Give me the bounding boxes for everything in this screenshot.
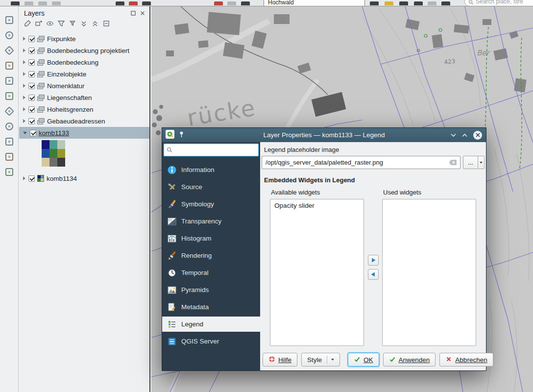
expand-arrow-icon[interactable] bbox=[23, 119, 25, 123]
tab-source[interactable]: Source bbox=[162, 179, 260, 195]
toolbar-icon[interactable] bbox=[370, 1, 379, 5]
clear-text-icon[interactable] bbox=[449, 159, 457, 166]
layer-row[interactable]: Bodenbedeckung bbox=[19, 56, 149, 68]
left-toolbar-icon[interactable] bbox=[4, 106, 15, 117]
layer-row[interactable]: Liegenschaften bbox=[19, 92, 149, 103]
expand-arrow-icon[interactable] bbox=[23, 107, 25, 111]
chevron-down-icon[interactable] bbox=[451, 131, 456, 139]
close-button[interactable] bbox=[473, 131, 482, 140]
dropdown-caret-icon[interactable] bbox=[331, 359, 334, 361]
add-group-icon[interactable] bbox=[35, 20, 43, 27]
layer-checkbox[interactable] bbox=[28, 59, 35, 66]
placeholder-path-input[interactable] bbox=[262, 156, 460, 169]
browse-button[interactable]: ... bbox=[463, 156, 478, 169]
move-left-button[interactable] bbox=[368, 269, 379, 280]
toolbar-icon[interactable] bbox=[129, 1, 138, 5]
manage-map-themes-icon[interactable] bbox=[46, 20, 54, 27]
expand-arrow-icon[interactable] bbox=[23, 60, 25, 64]
layer-row[interactable]: Fixpunkte bbox=[19, 33, 149, 45]
expand-arrow-icon[interactable] bbox=[23, 176, 25, 180]
layer-row[interactable]: Nomenklatur bbox=[19, 80, 149, 92]
tab-transparency[interactable]: Transparency bbox=[162, 214, 260, 229]
left-toolbar-icon[interactable] bbox=[4, 60, 15, 71]
open-layer-styling-icon[interactable] bbox=[24, 20, 31, 27]
toolbar-icon[interactable] bbox=[142, 1, 151, 5]
used-widgets-list[interactable] bbox=[382, 199, 476, 346]
collapse-arrow-icon[interactable] bbox=[23, 132, 27, 134]
dialog-titlebar[interactable]: Layer Properties — komb1133 — Legend bbox=[162, 128, 486, 142]
toolbar-icon[interactable] bbox=[428, 1, 436, 5]
left-toolbar-icon[interactable] bbox=[4, 136, 15, 147]
left-toolbar-icon[interactable] bbox=[4, 167, 15, 177]
close-icon[interactable] bbox=[140, 10, 145, 16]
layer-checkbox[interactable] bbox=[28, 71, 35, 77]
left-toolbar-icon[interactable] bbox=[4, 30, 15, 41]
layer-row-komb1134[interactable]: komb1134 bbox=[19, 172, 149, 184]
tab-histogram[interactable]: Histogram bbox=[162, 231, 260, 246]
chevron-up-icon[interactable] bbox=[462, 131, 467, 139]
properties-search[interactable] bbox=[164, 144, 259, 156]
expand-arrow-icon[interactable] bbox=[23, 37, 25, 41]
filter-legend-icon[interactable] bbox=[57, 20, 65, 27]
move-right-button[interactable] bbox=[368, 255, 379, 266]
tab-symbology[interactable]: Symbology bbox=[162, 196, 260, 212]
toolbar-icon[interactable] bbox=[227, 1, 236, 5]
layer-checkbox[interactable] bbox=[28, 118, 35, 124]
toolbar-icon[interactable] bbox=[399, 1, 408, 5]
tab-legend[interactable]: Legend bbox=[162, 317, 260, 332]
expand-arrow-icon[interactable] bbox=[23, 72, 25, 76]
layer-checkbox[interactable] bbox=[28, 36, 35, 42]
left-toolbar-icon[interactable] bbox=[4, 91, 15, 101]
toolbar-icon[interactable] bbox=[38, 1, 47, 5]
layer-row[interactable]: Hoheitsgrenzen bbox=[19, 103, 149, 115]
undock-icon[interactable] bbox=[130, 10, 136, 16]
available-widgets-list[interactable]: Opacity slider bbox=[270, 199, 364, 346]
filter-expression-icon[interactable] bbox=[69, 20, 76, 27]
layer-row[interactable]: Bodenbedeckung projektiert bbox=[19, 45, 149, 56]
toolbar-icon[interactable] bbox=[52, 1, 61, 5]
toolbar-icon[interactable] bbox=[214, 1, 223, 5]
locator-search-input[interactable]: Search place, stre bbox=[464, 0, 533, 6]
remove-layer-icon[interactable] bbox=[102, 20, 110, 27]
cancel-button[interactable]: Abbrechen bbox=[439, 353, 493, 367]
pin-icon[interactable] bbox=[178, 131, 185, 139]
toolbar-icon[interactable] bbox=[24, 1, 33, 5]
tab-temporal[interactable]: Temporal bbox=[162, 265, 260, 280]
left-toolbar-icon[interactable] bbox=[4, 15, 15, 25]
help-button[interactable]: Hilfe bbox=[263, 353, 297, 367]
tab-metadata[interactable]: Metadata bbox=[162, 299, 260, 315]
apply-button[interactable]: Anwenden bbox=[383, 353, 436, 367]
collapse-all-icon[interactable] bbox=[91, 20, 99, 27]
layer-checkbox[interactable] bbox=[28, 175, 35, 182]
style-button[interactable]: Style bbox=[301, 353, 340, 367]
left-toolbar-icon[interactable] bbox=[4, 151, 15, 162]
layer-row[interactable]: Einzelobjekte bbox=[19, 68, 149, 80]
layer-row[interactable]: Gebaeudeadressen bbox=[19, 115, 149, 127]
left-toolbar-icon[interactable] bbox=[4, 121, 15, 132]
expand-arrow-icon[interactable] bbox=[23, 84, 25, 88]
expand-arrow-icon[interactable] bbox=[23, 49, 25, 52]
tab-information[interactable]: Information bbox=[162, 162, 260, 177]
scale-combo[interactable]: Hochwald bbox=[264, 0, 365, 6]
tab-pyramids[interactable]: Pyramids bbox=[162, 282, 260, 297]
toolbar-icon[interactable] bbox=[11, 1, 20, 5]
toolbar-icon[interactable] bbox=[385, 1, 393, 5]
layer-checkbox[interactable] bbox=[28, 48, 35, 54]
toolbar-icon[interactable] bbox=[116, 1, 124, 5]
tab-qgis-server[interactable]: QGIS Server bbox=[162, 334, 260, 349]
layer-checkbox[interactable] bbox=[30, 130, 36, 136]
toolbar-icon[interactable] bbox=[414, 1, 423, 5]
layer-row-komb1133[interactable]: komb1133 bbox=[19, 127, 149, 139]
browse-dropdown-button[interactable] bbox=[478, 156, 485, 169]
left-toolbar-icon[interactable] bbox=[4, 75, 15, 86]
properties-search-input[interactable] bbox=[175, 147, 256, 154]
layer-checkbox[interactable] bbox=[28, 106, 35, 113]
toolbar-icon[interactable] bbox=[441, 1, 450, 5]
tab-rendering[interactable]: Rendering bbox=[162, 248, 260, 263]
list-item[interactable]: Opacity slider bbox=[270, 199, 363, 212]
ok-button[interactable]: OK bbox=[348, 353, 379, 367]
expand-arrow-icon[interactable] bbox=[23, 96, 25, 99]
layer-checkbox[interactable] bbox=[28, 95, 35, 101]
layer-checkbox[interactable] bbox=[28, 83, 35, 89]
toolbar-icon[interactable] bbox=[241, 1, 250, 5]
